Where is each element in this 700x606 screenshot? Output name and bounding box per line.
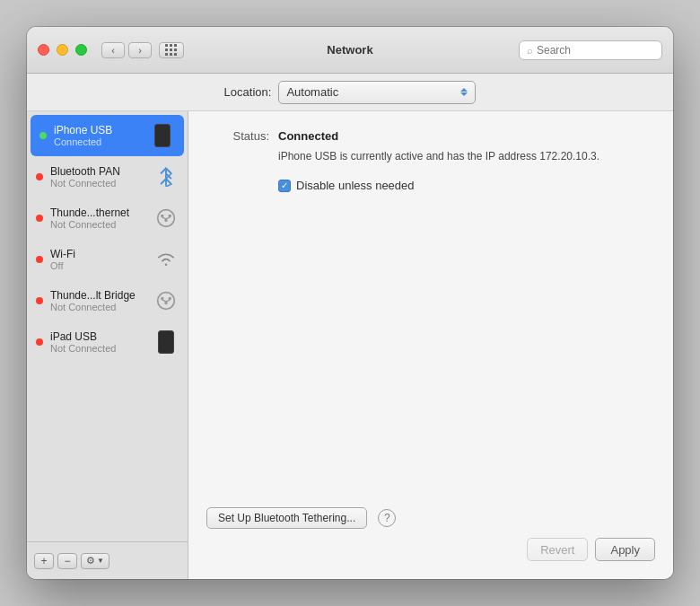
content-area: iPhone USB Connected Bluetooth PAN Not C… (27, 111, 673, 579)
svg-point-6 (158, 210, 175, 227)
svg-line-3 (161, 179, 166, 184)
net-info-bluetooth-pan: Bluetooth PAN Not Connected (50, 165, 153, 189)
status-description: iPhone USB is currently active and has t… (278, 148, 655, 164)
net-status-ipad-usb: Not Connected (50, 343, 153, 354)
location-select[interactable]: Automatic (278, 81, 476, 104)
svg-line-16 (162, 300, 166, 302)
sidebar-footer: + − ⚙ ▼ (27, 541, 188, 579)
svg-line-2 (161, 168, 166, 173)
thunderbolt-bridge-icon (153, 288, 179, 313)
svg-line-0 (166, 168, 171, 173)
status-dot-thunderbolt-bridge (36, 297, 43, 304)
net-name-wifi: Wi-Fi (50, 248, 153, 260)
svg-point-13 (161, 297, 163, 300)
checkmark-icon: ✓ (281, 181, 288, 190)
net-info-iphone-usb: iPhone USB Connected (54, 124, 150, 147)
checkbox-row: ✓ Disable unless needed (278, 179, 655, 192)
sidebar: iPhone USB Connected Bluetooth PAN Not C… (27, 111, 188, 579)
status-dot-thunderbolt-ethernet (36, 215, 43, 222)
revert-button[interactable]: Revert (527, 538, 588, 561)
status-dot-iphone-usb (39, 132, 47, 139)
net-status-iphone-usb: Connected (54, 136, 150, 147)
gear-arrow-icon: ▼ (97, 557, 104, 565)
gear-icon: ⚙ (86, 555, 95, 566)
grid-icon (165, 44, 178, 57)
status-value: Connected (278, 129, 338, 143)
location-bar: Location: Automatic (27, 74, 673, 111)
main-footer: Set Up Bluetooth Tethering... ? Revert A… (206, 507, 655, 561)
add-network-button[interactable]: + (34, 553, 54, 569)
status-dot-ipad-usb (36, 338, 43, 346)
status-label: Status: (206, 129, 269, 143)
remove-network-button[interactable]: − (57, 553, 77, 569)
window-title: Network (327, 43, 372, 57)
location-value: Automatic (286, 85, 338, 99)
bottom-buttons: Set Up Bluetooth Tethering... ? (206, 507, 655, 529)
search-input[interactable] (537, 44, 654, 57)
action-buttons: Revert Apply (206, 538, 655, 561)
titlebar: ‹ › Network ⌕ (27, 27, 673, 74)
ipad-icon (153, 329, 179, 355)
nav-buttons: ‹ › (101, 42, 152, 58)
gear-button[interactable]: ⚙ ▼ (81, 553, 109, 569)
iphone-icon (150, 123, 175, 148)
search-bar[interactable]: ⌕ (519, 40, 662, 60)
status-row: Status: Connected (206, 129, 655, 143)
maximize-button[interactable] (75, 44, 87, 56)
svg-point-7 (161, 215, 163, 217)
net-status-wifi: Off (50, 260, 153, 271)
svg-point-14 (169, 297, 171, 300)
search-icon: ⌕ (527, 45, 533, 56)
net-name-thunderbolt-ethernet: Thunde...thernet (50, 206, 153, 219)
sidebar-item-wifi[interactable]: Wi-Fi Off (27, 239, 188, 280)
minimize-button[interactable] (57, 44, 68, 56)
back-button[interactable]: ‹ (101, 42, 125, 58)
help-button[interactable]: ? (378, 509, 396, 527)
net-info-thunderbolt-bridge: Thunde...lt Bridge Not Connected (50, 289, 153, 312)
net-name-bluetooth-pan: Bluetooth PAN (50, 165, 153, 178)
disable-unless-needed-checkbox[interactable]: ✓ (278, 180, 291, 192)
apply-button[interactable]: Apply (595, 538, 655, 561)
select-arrow-icon (460, 88, 468, 96)
net-status-bluetooth-pan: Not Connected (50, 178, 153, 189)
status-dot-bluetooth-pan (36, 173, 43, 180)
sidebar-item-thunderbolt-ethernet[interactable]: Thunde...thernet Not Connected (27, 198, 188, 239)
network-list: iPhone USB Connected Bluetooth PAN Not C… (27, 111, 188, 541)
ethernet-icon (153, 206, 179, 231)
svg-line-4 (166, 179, 171, 184)
svg-point-15 (164, 302, 167, 304)
sidebar-item-iphone-usb[interactable]: iPhone USB Connected (31, 115, 184, 156)
svg-line-17 (166, 300, 170, 302)
net-status-thunderbolt-bridge: Not Connected (50, 302, 153, 312)
svg-point-8 (169, 215, 171, 217)
bluetooth-icon (153, 164, 179, 189)
svg-line-10 (162, 217, 166, 219)
checkbox-label: Disable unless needed (296, 179, 415, 192)
close-button[interactable] (38, 44, 49, 56)
network-window: ‹ › Network ⌕ Location: Automatic (27, 27, 673, 579)
svg-point-9 (164, 219, 167, 222)
status-section: Status: Connected iPhone USB is currentl… (206, 129, 655, 192)
net-status-thunderbolt-ethernet: Not Connected (50, 219, 153, 230)
bluetooth-tethering-button[interactable]: Set Up Bluetooth Tethering... (206, 507, 367, 529)
traffic-lights (38, 44, 87, 56)
location-label: Location: (224, 85, 272, 99)
net-name-thunderbolt-bridge: Thunde...lt Bridge (50, 289, 153, 302)
sidebar-item-ipad-usb[interactable]: iPad USB Not Connected (27, 321, 188, 363)
net-info-ipad-usb: iPad USB Not Connected (50, 330, 153, 354)
sidebar-item-thunderbolt-bridge[interactable]: Thunde...lt Bridge Not Connected (27, 280, 188, 321)
forward-button[interactable]: › (128, 42, 152, 58)
net-name-ipad-usb: iPad USB (50, 330, 153, 343)
svg-line-11 (166, 217, 170, 219)
main-panel: Status: Connected iPhone USB is currentl… (188, 111, 673, 579)
net-info-thunderbolt-ethernet: Thunde...thernet Not Connected (50, 206, 153, 230)
status-dot-wifi (36, 256, 43, 263)
wifi-icon (153, 247, 179, 272)
net-name-iphone-usb: iPhone USB (54, 124, 150, 136)
sidebar-item-bluetooth-pan[interactable]: Bluetooth PAN Not Connected (27, 156, 188, 198)
net-info-wifi: Wi-Fi Off (50, 248, 153, 271)
grid-button[interactable] (159, 42, 184, 58)
svg-point-12 (158, 293, 175, 310)
